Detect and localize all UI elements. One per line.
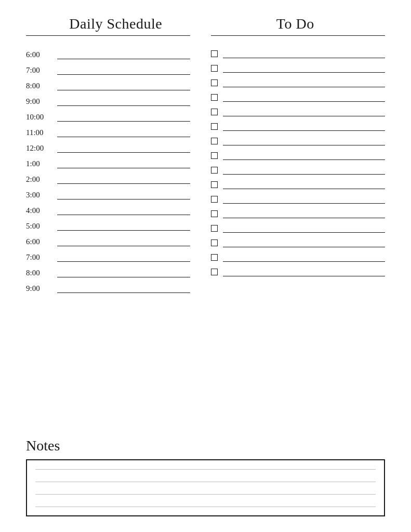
schedule-item-9: 3:00: [26, 185, 190, 201]
schedule-item-13: 7:00: [26, 248, 190, 263]
todo-write-line-0: [223, 58, 386, 58]
todo-item-7: [211, 147, 386, 162]
time-write-line-3: [57, 105, 190, 106]
schedule-time-line-10: 4:00: [26, 201, 190, 217]
content-row: 6:00 7:00 8:00 9:00: [26, 45, 385, 423]
todo-checkbox-0[interactable]: [211, 50, 218, 57]
schedule-time-line-3: 9:00: [26, 92, 190, 108]
schedule-item-7: 1:00: [26, 154, 190, 170]
notes-title: Notes: [26, 437, 385, 454]
time-label-12: 6:00: [26, 237, 53, 246]
todo-checkbox-15[interactable]: [211, 269, 218, 275]
todo-checkbox-8[interactable]: [211, 167, 218, 174]
header-row: Daily Schedule To Do: [26, 16, 385, 32]
todo-checkbox-line-4: [211, 109, 386, 118]
time-write-line-8: [57, 183, 190, 184]
notes-line-3: [35, 494, 376, 495]
schedule-item-0: 6:00: [26, 45, 190, 61]
schedule-item-3: 9:00: [26, 92, 190, 108]
time-write-line-4: [57, 121, 190, 122]
time-write-line-2: [57, 90, 190, 90]
schedule-item-15: 9:00: [26, 279, 190, 295]
schedule-item-11: 5:00: [26, 217, 190, 232]
time-write-line-10: [57, 215, 190, 215]
todo-write-line-2: [223, 87, 386, 87]
todo-write-line-6: [223, 145, 386, 145]
schedule-time-line-0: 6:00: [26, 45, 190, 61]
schedule-time-line-11: 5:00: [26, 217, 190, 232]
time-label-15: 9:00: [26, 284, 53, 293]
todo-checkbox-5[interactable]: [211, 123, 218, 130]
todo-checkbox-12[interactable]: [211, 225, 218, 232]
schedule-time-line-14: 8:00: [26, 263, 190, 279]
notes-line-4: [35, 507, 376, 507]
schedule-item-4: 10:00: [26, 108, 190, 123]
todo-item-12: [211, 220, 386, 234]
todo-checkbox-line-7: [211, 152, 386, 162]
schedule-time-line-1: 7:00: [26, 61, 190, 76]
schedule-time-line-12: 6:00: [26, 232, 190, 248]
todo-checkbox-line-3: [211, 94, 386, 103]
todo-checkbox-4[interactable]: [211, 109, 218, 115]
todo-write-line-10: [223, 203, 386, 204]
todo-item-10: [211, 191, 386, 205]
todo-checkbox-3[interactable]: [211, 94, 218, 101]
todo-checkbox-9[interactable]: [211, 181, 218, 188]
time-write-line-13: [57, 261, 190, 262]
todo-item-15: [211, 263, 386, 278]
notes-box[interactable]: [26, 459, 385, 516]
todo-write-line-15: [223, 276, 386, 276]
todo-checkbox-line-8: [211, 167, 386, 176]
schedule-time-line-2: 8:00: [26, 76, 190, 92]
divider-row: [26, 35, 385, 36]
todo-header: To Do: [206, 16, 386, 32]
todo-checkbox-14[interactable]: [211, 254, 218, 261]
todo-checkbox-line-6: [211, 138, 386, 147]
schedule-item-1: 7:00: [26, 61, 190, 76]
schedule-item-10: 4:00: [26, 201, 190, 217]
schedule-time-line-15: 9:00: [26, 279, 190, 295]
todo-checkbox-7[interactable]: [211, 152, 218, 159]
schedule-item-2: 8:00: [26, 76, 190, 92]
schedule-divider-container: [26, 35, 206, 36]
schedule-time-line-8: 2:00: [26, 170, 190, 185]
schedule-divider: [26, 35, 190, 36]
todo-checkbox-13[interactable]: [211, 240, 218, 246]
todo-divider: [211, 35, 386, 36]
todo-checkbox-10[interactable]: [211, 196, 218, 203]
todo-item-14: [211, 249, 386, 263]
todo-item-3: [211, 89, 386, 103]
todo-title: To Do: [276, 16, 314, 35]
time-label-4: 10:00: [26, 113, 53, 122]
time-write-line-7: [57, 168, 190, 168]
time-label-3: 9:00: [26, 97, 53, 106]
todo-item-2: [211, 74, 386, 89]
todo-checkbox-line-0: [211, 50, 386, 60]
todo-checkbox-11[interactable]: [211, 210, 218, 217]
todo-item-9: [211, 176, 386, 191]
time-label-0: 6:00: [26, 50, 53, 59]
schedule-header: Daily Schedule: [26, 16, 206, 32]
todo-write-line-13: [223, 247, 386, 247]
time-label-11: 5:00: [26, 222, 53, 231]
todo-item-1: [211, 60, 386, 74]
todo-write-line-7: [223, 159, 386, 160]
notes-line-2: [35, 482, 376, 482]
todo-checkbox-2[interactable]: [211, 79, 218, 86]
todo-checkbox-1[interactable]: [211, 65, 218, 72]
todo-item-6: [211, 132, 386, 147]
todo-column: [206, 45, 386, 423]
schedule-time-line-9: 3:00: [26, 185, 190, 201]
todo-write-line-5: [223, 130, 386, 131]
schedule-time-line-6: 12:00: [26, 139, 190, 154]
todo-checkbox-6[interactable]: [211, 138, 218, 144]
time-label-5: 11:00: [26, 128, 53, 137]
todo-item-4: [211, 103, 386, 118]
todo-checkbox-line-5: [211, 123, 386, 132]
todo-write-line-1: [223, 72, 386, 73]
time-label-1: 7:00: [26, 66, 53, 75]
todo-write-line-4: [223, 116, 386, 116]
schedule-column: 6:00 7:00 8:00 9:00: [26, 45, 206, 423]
schedule-time-line-4: 10:00: [26, 108, 190, 123]
todo-item-13: [211, 234, 386, 249]
